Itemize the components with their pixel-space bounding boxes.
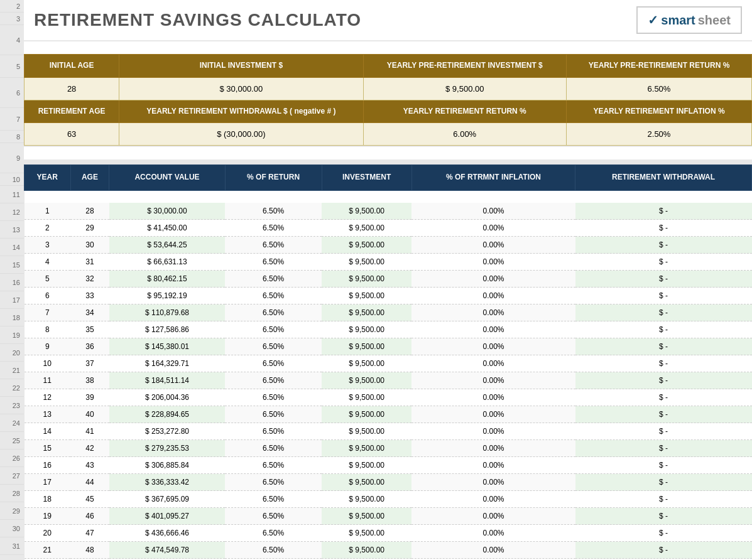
header-yearly-retirement-withdrawal: YEARLY RETIREMENT WITHDRAWAL $ ( negativ… — [119, 100, 363, 123]
header-yearly-preretirement-investment: YEARLY PRE-RETIREMENT INVESTMENT $ — [363, 55, 566, 78]
value-yearly-preretirement-return[interactable]: 6.50% — [566, 77, 751, 100]
input-table: INITIAL AGE INITIAL INVESTMENT $ YEARLY … — [24, 54, 752, 146]
table-row: 1643$ 306,885.846.50%$ 9,500.000.00%$ - — [25, 457, 752, 474]
value-retirement-age[interactable]: 63 — [25, 123, 119, 146]
row-num-23: 23 — [0, 397, 24, 414]
row-num-18: 18 — [0, 309, 24, 326]
row-num-17: 17 — [0, 291, 24, 309]
row-num-11: 11 — [0, 186, 24, 203]
row-num-7: 7 — [0, 108, 24, 131]
value-yearly-retirement-withdrawal[interactable]: $ (30,000.00) — [119, 123, 363, 146]
table-row: 1340$ 228,894.656.50%$ 9,500.000.00%$ - — [25, 406, 752, 423]
table-row: 1845$ 367,695.096.50%$ 9,500.000.00%$ - — [25, 491, 752, 508]
header-retirement-age: RETIREMENT AGE — [25, 100, 119, 123]
row-numbers: 2 3 4 5 6 7 8 9 10 11 12 13 14 15 16 17 … — [0, 0, 24, 560]
value-initial-investment[interactable]: $ 30,000.00 — [119, 77, 363, 100]
logo-smart-text: smart — [661, 13, 695, 28]
table-row: 1037$ 164,329.716.50%$ 9,500.000.00%$ - — [25, 355, 752, 372]
row-num-8: 8 — [0, 131, 24, 143]
row-num-28: 28 — [0, 485, 24, 502]
row-num-6: 6 — [0, 78, 24, 108]
table-row: 128$ 30,000.006.50%$ 9,500.000.00%$ - — [25, 203, 752, 220]
table-row: 2047$ 436,666.466.50%$ 9,500.000.00%$ - — [25, 525, 752, 542]
table-row: 1542$ 279,235.536.50%$ 9,500.000.00%$ - — [25, 440, 752, 457]
logo-sheet-text: sheet — [698, 13, 731, 28]
row-num-blank1: 3 — [0, 13, 24, 25]
row-num-14: 14 — [0, 239, 24, 256]
value-yearly-preretirement-investment[interactable]: $ 9,500.00 — [363, 77, 566, 100]
table-row: 2148$ 474,549.786.50%$ 9,500.000.00%$ - — [25, 542, 752, 559]
row-num-12: 12 — [0, 203, 24, 221]
app-title: RETIREMENT SAVINGS CALCULATO — [34, 10, 361, 30]
table-row: 734$ 110,879.686.50%$ 9,500.000.00%$ - — [25, 304, 752, 321]
row-num-9: 9 — [0, 143, 24, 173]
col-header-age: AGE — [70, 165, 109, 191]
header-yearly-preretirement-return: YEARLY PRE-RETIREMENT RETURN % — [566, 55, 751, 78]
row-num-5: 5 — [0, 55, 24, 78]
header-yearly-retirement-inflation: YEARLY RETIREMENT INFLATION % — [566, 100, 751, 123]
spacer-row-8 — [24, 147, 752, 159]
title-row: RETIREMENT SAVINGS CALCULATO ✓ smartshee… — [24, 0, 752, 40]
table-row: 330$ 53,644.256.50%$ 9,500.000.00%$ - — [25, 237, 752, 254]
logo-box: ✓ smartsheet — [636, 6, 742, 34]
row-num-31: 31 — [0, 537, 24, 555]
data-table: YEAR AGE ACCOUNT VALUE % OF RETURN INVES… — [24, 164, 752, 560]
main-content: RETIREMENT SAVINGS CALCULATO ✓ smartshee… — [24, 0, 752, 560]
row-num-21: 21 — [0, 362, 24, 379]
value-initial-age[interactable]: 28 — [25, 77, 119, 100]
table-row: 1946$ 401,095.276.50%$ 9,500.000.00%$ - — [25, 508, 752, 525]
header-initial-investment: INITIAL INVESTMENT $ — [119, 55, 363, 78]
logo-check-icon: ✓ — [648, 13, 658, 28]
col-header-investment: INVESTMENT — [322, 165, 411, 191]
table-row: 229$ 41,450.006.50%$ 9,500.000.00%$ - — [25, 220, 752, 237]
row-num-13: 13 — [0, 221, 24, 239]
row-num-1: 2 — [0, 0, 24, 13]
row-num-29: 29 — [0, 502, 24, 520]
col-header-pct-return: % OF RETURN — [225, 165, 322, 191]
col-header-account-value: ACCOUNT VALUE — [109, 165, 225, 191]
table-row: 1441$ 253,272.806.50%$ 9,500.000.00%$ - — [25, 423, 752, 440]
row-num-27: 27 — [0, 467, 24, 485]
value-yearly-retirement-inflation[interactable]: 2.50% — [566, 123, 751, 146]
row-num-19: 19 — [0, 326, 24, 344]
col-header-retirement-withdrawal: RETIREMENT WITHDRAWAL — [575, 165, 752, 191]
table-row: 1239$ 206,004.366.50%$ 9,500.000.00%$ - — [25, 389, 752, 406]
table-row: 1138$ 184,511.146.50%$ 9,500.000.00%$ - — [25, 372, 752, 389]
row-num-25: 25 — [0, 432, 24, 450]
header-initial-age: INITIAL AGE — [25, 55, 119, 78]
table-row: 1744$ 336,333.426.50%$ 9,500.000.00%$ - — [25, 474, 752, 491]
row-num-30: 30 — [0, 520, 24, 537]
table-row: 633$ 95,192.196.50%$ 9,500.000.00%$ - — [25, 288, 752, 304]
row-num-20: 20 — [0, 344, 24, 362]
col-header-pct-rtrmnt-inflation: % OF RTRMNT INFLATION — [411, 165, 575, 191]
table-row: 431$ 66,631.136.50%$ 9,500.000.00%$ - — [25, 254, 752, 271]
spreadsheet: 2 3 4 5 6 7 8 9 10 11 12 13 14 15 16 17 … — [0, 0, 752, 560]
row-num-26: 26 — [0, 450, 24, 467]
row-num-4: 4 — [0, 25, 24, 55]
row-num-22: 22 — [0, 379, 24, 397]
row-num-15: 15 — [0, 256, 24, 274]
row-num-24: 24 — [0, 414, 24, 432]
table-row: 532$ 80,462.156.50%$ 9,500.000.00%$ - — [25, 271, 752, 288]
table-row: 936$ 145,380.016.50%$ 9,500.000.00%$ - — [25, 338, 752, 355]
value-yearly-retirement-return[interactable]: 6.00% — [363, 123, 566, 146]
col-header-year: YEAR — [25, 165, 71, 191]
header-yearly-retirement-return: YEARLY RETIREMENT RETURN % — [363, 100, 566, 123]
row-num-32: 32 — [0, 555, 24, 560]
table-row: 835$ 127,586.866.50%$ 9,500.000.00%$ - — [25, 321, 752, 338]
spacer-row-3 — [24, 41, 752, 54]
row-num-10: 10 — [0, 173, 24, 186]
row-num-16: 16 — [0, 274, 24, 291]
